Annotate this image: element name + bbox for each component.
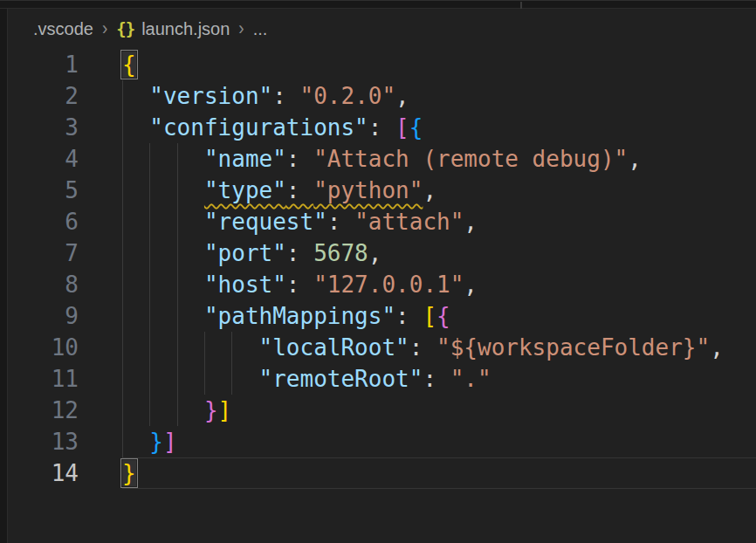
- line-number[interactable]: 1: [8, 49, 79, 80]
- line-number[interactable]: 8: [8, 269, 79, 300]
- line-number[interactable]: 7: [8, 237, 79, 269]
- code-token: :: [368, 114, 395, 141]
- code-line: 1{: [8, 49, 756, 80]
- code-content[interactable]: }: [122, 457, 756, 489]
- line-number[interactable]: 14: [8, 457, 79, 489]
- code-line: 3 "configurations": [{: [8, 112, 756, 143]
- code-token: [122, 397, 204, 423]
- tab-divider: [520, 2, 522, 9]
- code-token: "Attach (remote debug)": [313, 146, 628, 172]
- code-token: ,: [395, 83, 409, 109]
- code-content[interactable]: "pathMappings": [{: [122, 300, 756, 332]
- code-token: "attach": [354, 209, 464, 235]
- code-content[interactable]: "configurations": [{: [122, 112, 756, 143]
- code-token: [122, 272, 204, 298]
- code-token: ,: [710, 334, 724, 361]
- json-braces-icon: {}: [116, 19, 134, 38]
- chevron-right-icon: ›: [238, 17, 244, 39]
- breadcrumb-item-symbol-path[interactable]: ...: [253, 19, 268, 39]
- code-line-current: 14}: [8, 457, 756, 489]
- line-number[interactable]: 9: [8, 300, 79, 332]
- code-content[interactable]: "version": "0.2.0",: [122, 80, 756, 112]
- code-token: [122, 209, 204, 235]
- code-token: "port": [204, 240, 286, 266]
- code-token: [122, 429, 149, 455]
- code-content[interactable]: "host": "127.0.0.1",: [122, 269, 756, 300]
- code-content[interactable]: "type": "python",: [122, 175, 756, 206]
- code-area: 1{2 "version": "0.2.0",3 "configurations…: [8, 49, 756, 543]
- code-token: ,: [464, 272, 478, 298]
- code-token: "type": [204, 177, 286, 203]
- breadcrumb-item-vscode[interactable]: .vscode: [33, 19, 93, 39]
- code-token: "request": [204, 209, 327, 235]
- code-token: ".": [450, 366, 491, 392]
- chevron-right-icon: ›: [102, 17, 107, 39]
- line-number[interactable]: 12: [8, 395, 79, 426]
- code-token: "host": [204, 272, 286, 298]
- indent-guide: [177, 143, 178, 426]
- tab-bar: [0, 0, 756, 9]
- code-token: [122, 240, 204, 266]
- line-number[interactable]: 3: [8, 112, 79, 143]
- code-token: "name": [204, 146, 286, 172]
- code-token: :: [286, 177, 313, 203]
- code-token: "${workspaceFolder}": [436, 334, 710, 361]
- code-content[interactable]: }]: [122, 426, 756, 457]
- line-number[interactable]: 13: [8, 426, 79, 457]
- line-number[interactable]: 6: [8, 206, 79, 237]
- code-token: 5678: [313, 240, 368, 266]
- code-token: [122, 83, 149, 109]
- code-token: ,: [368, 240, 382, 266]
- code-token: ]: [218, 397, 232, 423]
- code-token: :: [286, 240, 313, 266]
- code-content[interactable]: "port": 5678,: [122, 237, 756, 269]
- code-token: :: [286, 272, 313, 298]
- breadcrumb-item-launch-json[interactable]: launch.json: [141, 19, 230, 39]
- code-token: :: [272, 83, 299, 109]
- code-token: "configurations": [149, 114, 368, 141]
- code-token: [122, 114, 149, 141]
- code-token: [: [423, 303, 436, 329]
- code-line: 2 "version": "0.2.0",: [8, 80, 756, 112]
- bracket-match-highlight: }: [122, 460, 136, 486]
- line-number[interactable]: 11: [8, 363, 79, 395]
- code-content[interactable]: "name": "Attach (remote debug)",: [122, 143, 756, 175]
- code-token: {: [409, 114, 423, 141]
- code-line: 5 "type": "python",: [8, 175, 756, 206]
- code-token: :: [286, 146, 313, 172]
- code-token: ,: [628, 146, 642, 172]
- line-number[interactable]: 2: [8, 80, 79, 112]
- bracket-match-highlight: {: [122, 52, 136, 78]
- code-content[interactable]: "localRoot": "${workspaceFolder}",: [122, 332, 756, 363]
- code-token: :: [423, 366, 450, 392]
- warning-squiggle: "type": "python": [204, 177, 423, 203]
- code-token: }: [204, 397, 218, 423]
- code-lines: 1{2 "version": "0.2.0",3 "configurations…: [8, 49, 756, 489]
- line-number[interactable]: 10: [8, 332, 79, 363]
- code-token: ]: [163, 429, 177, 455]
- code-token: :: [327, 209, 354, 235]
- code-token: [122, 366, 259, 392]
- indent-guide: [149, 143, 150, 426]
- code-content[interactable]: {: [122, 49, 756, 80]
- code-token: [122, 334, 259, 361]
- code-content[interactable]: }]: [122, 395, 756, 426]
- line-number[interactable]: 5: [8, 175, 79, 206]
- code-content[interactable]: "remoteRoot": ".": [122, 363, 756, 395]
- code-line: 6 "request": "attach",: [8, 206, 756, 237]
- code-content[interactable]: "request": "attach",: [122, 206, 756, 237]
- code-token: "python": [313, 177, 423, 203]
- code-line: 13 }]: [8, 426, 756, 457]
- code-token: "pathMappings": [204, 303, 395, 329]
- code-token: [: [395, 114, 409, 141]
- code-token: :: [395, 303, 423, 329]
- code-token: "localRoot": [259, 334, 409, 361]
- code-line: 9 "pathMappings": [{: [8, 300, 756, 332]
- code-token: ,: [464, 209, 478, 235]
- code-token: {: [436, 303, 450, 329]
- code-line: 4 "name": "Attach (remote debug)",: [8, 143, 756, 175]
- code-token: [122, 177, 204, 203]
- line-number[interactable]: 4: [8, 143, 79, 175]
- code-token: "remoteRoot": [259, 366, 423, 392]
- editor-pane: .vscode › {} launch.json › ... 1{2 "vers…: [8, 9, 756, 543]
